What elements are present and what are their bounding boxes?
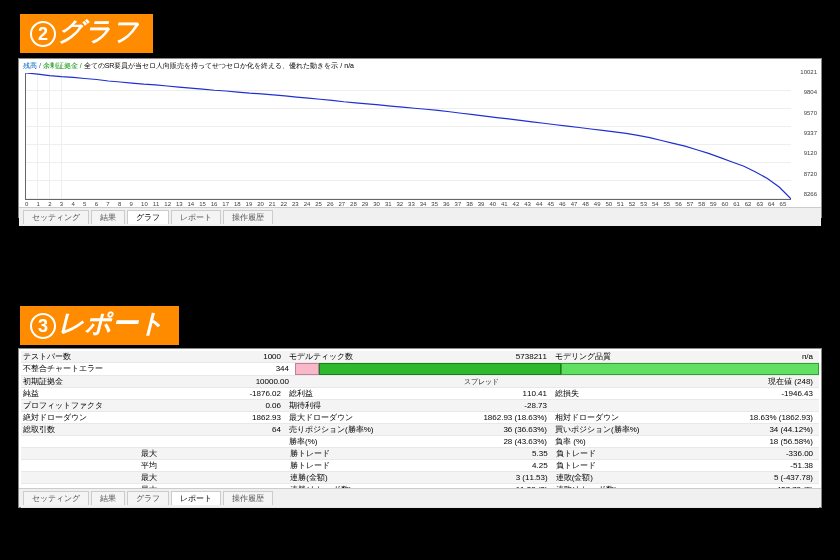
table-row: 初期証拠金10000.00 スプレッド 現在値 (248) bbox=[21, 376, 819, 388]
section-badge-report: 3レポート bbox=[18, 304, 181, 347]
report-tabs: セッティング 結果 グラフ レポート 操作履歴 bbox=[19, 488, 821, 507]
tab-report[interactable]: レポート bbox=[171, 210, 221, 224]
badge-label: グラフ bbox=[58, 16, 139, 46]
graph-title: 残高 / 余剰証拠金 / 全てのSR要員が当セロ人向販売を持ってせつセロか化を終… bbox=[19, 59, 821, 73]
section-badge-graph: 2グラフ bbox=[18, 12, 155, 55]
tab-settings[interactable]: セッティング bbox=[23, 210, 89, 224]
badge-number: 2 bbox=[30, 21, 56, 47]
tab-graph[interactable]: グラフ bbox=[127, 210, 169, 224]
table-row: 総取引数64売りポジション(勝率%)36 (36.63%)買いポジション(勝率%… bbox=[21, 424, 819, 436]
table-row: テストバー数1000モデルティック数5738211モデリング品質n/a bbox=[21, 351, 819, 363]
table-row: 平均勝トレード4.25負トレード-51.38 bbox=[21, 460, 819, 472]
tab-journal[interactable]: 操作履歴 bbox=[223, 491, 273, 505]
tab-settings[interactable]: セッティング bbox=[23, 491, 89, 505]
graph-tabs: セッティング 結果 グラフ レポート 操作履歴 bbox=[19, 207, 821, 226]
report-panel: テストバー数1000モデルティック数5738211モデリング品質n/a 不整合チ… bbox=[18, 348, 822, 508]
graph-plot-area bbox=[25, 73, 791, 200]
modeling-quality-bar bbox=[295, 363, 819, 375]
report-body: テストバー数1000モデルティック数5738211モデリング品質n/a 不整合チ… bbox=[19, 349, 821, 510]
badge-label: レポート bbox=[58, 308, 165, 338]
balance-line bbox=[26, 73, 791, 199]
table-row: 絶対ドローダウン1862.93最大ドローダウン1862.93 (18.63%)相… bbox=[21, 412, 819, 424]
table-row: 不整合チャートエラー344 bbox=[21, 363, 819, 376]
tab-graph[interactable]: グラフ bbox=[127, 491, 169, 505]
tab-report[interactable]: レポート bbox=[171, 491, 221, 505]
table-row: 最大勝トレード5.35負トレード-336.00 bbox=[21, 448, 819, 460]
tab-results[interactable]: 結果 bbox=[91, 210, 125, 224]
tab-results[interactable]: 結果 bbox=[91, 491, 125, 505]
badge-number: 3 bbox=[30, 313, 56, 339]
table-row: 純益-1876.02総利益110.41総損失-1946.43 bbox=[21, 388, 819, 400]
table-row: 勝率(%)28 (43.63%)負率 (%)18 (56.58%) bbox=[21, 436, 819, 448]
graph-y-axis: 10021980495709337912087208266 bbox=[800, 69, 817, 197]
table-row: プロフィットファクタ0.06期待利得-28.73 bbox=[21, 400, 819, 412]
graph-panel: 残高 / 余剰証拠金 / 全てのSR要員が当セロ人向販売を持ってせつセロか化を終… bbox=[18, 58, 822, 218]
tab-journal[interactable]: 操作履歴 bbox=[223, 210, 273, 224]
table-row: 最大連勝(金額)3 (11.53)連敗(金額)5 (-437.78) bbox=[21, 472, 819, 484]
graph-x-axis: 0123456789101112131415161718192021222324… bbox=[25, 201, 791, 207]
